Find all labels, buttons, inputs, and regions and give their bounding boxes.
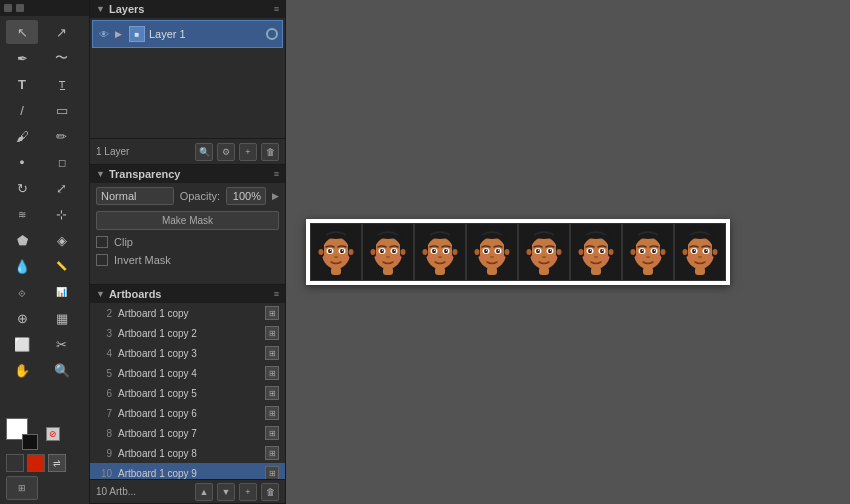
layer-visibility-icon[interactable]: 👁 [97, 27, 111, 41]
type-tool[interactable]: T [6, 72, 38, 96]
artboard-options-icon[interactable]: ⊞ [265, 386, 279, 400]
artboards-collapse-arrow[interactable]: ▼ [96, 289, 105, 299]
rect-tool[interactable]: ▭ [46, 98, 78, 122]
select-tool[interactable]: ↖ [6, 20, 38, 44]
artboard-options-icon[interactable]: ⊞ [265, 346, 279, 360]
svg-rect-53 [435, 267, 445, 275]
artboard-options-icon[interactable]: ⊞ [265, 366, 279, 380]
artboard-options-icon[interactable]: ⊞ [265, 306, 279, 320]
layers-delete-btn[interactable]: 🗑 [261, 143, 279, 161]
artboard-row[interactable]: 3Artboard 1 copy 2⊞ [90, 323, 285, 343]
artboard-move-up-btn[interactable]: ▲ [195, 483, 213, 501]
column-graph-tool[interactable]: ▦ [46, 306, 78, 330]
opacity-input[interactable] [226, 187, 266, 205]
touch-type-tool[interactable]: T̲ [46, 72, 78, 96]
artboard-options-icon[interactable]: ⊞ [265, 446, 279, 460]
gradient-tool[interactable]: ◈ [46, 228, 78, 252]
invert-mask-checkbox[interactable] [96, 254, 108, 266]
measure-tool[interactable]: 📏 [46, 254, 78, 278]
artboard-number: 4 [96, 348, 112, 359]
eyedropper-tool[interactable]: 💧 [6, 254, 38, 278]
artboard-row[interactable]: 8Artboard 1 copy 7⊞ [90, 423, 285, 443]
artboard-options-icon[interactable]: ⊞ [265, 326, 279, 340]
artboard-options-icon[interactable]: ⊞ [265, 406, 279, 420]
artboard-row[interactable]: 7Artboard 1 copy 6⊞ [90, 403, 285, 423]
eraser-tool[interactable]: ◻ [46, 150, 78, 174]
layer-expand-arrow[interactable]: ▶ [115, 29, 125, 39]
warp-tool[interactable]: ≋ [6, 202, 38, 226]
sprite-frame[interactable] [310, 223, 362, 281]
svg-rect-125 [643, 267, 653, 275]
artboard-options-icon[interactable]: ⊞ [265, 466, 279, 479]
transparency-panel-menu[interactable]: ≡ [274, 169, 279, 179]
sprite-frame[interactable] [466, 223, 518, 281]
opacity-arrow-icon[interactable]: ▶ [272, 191, 279, 201]
layers-footer: 1 Layer 🔍 ⚙ + 🗑 [90, 138, 285, 164]
artboard-add-btn[interactable]: + [239, 483, 257, 501]
pen-tool[interactable]: ✒ [6, 46, 38, 70]
artboard-row[interactable]: 10Artboard 1 copy 9⊞ [90, 463, 285, 479]
transparency-collapse-arrow[interactable]: ▼ [96, 169, 105, 179]
graph-tool[interactable]: 📊 [46, 280, 78, 304]
sprite-frame[interactable] [518, 223, 570, 281]
artboard-move-down-btn[interactable]: ▼ [217, 483, 235, 501]
artboard-row[interactable]: 6Artboard 1 copy 5⊞ [90, 383, 285, 403]
invert-mask-label: Invert Mask [114, 254, 171, 266]
layers-add-btn[interactable]: + [239, 143, 257, 161]
clip-checkbox[interactable] [96, 236, 108, 248]
layer-target-circle[interactable] [266, 28, 278, 40]
make-mask-button[interactable]: Make Mask [96, 211, 279, 230]
artboard-row[interactable]: 2Artboard 1 copy⊞ [90, 303, 285, 323]
layers-search-btn[interactable]: 🔍 [195, 143, 213, 161]
layers-collapse-arrow[interactable]: ▼ [96, 4, 105, 14]
artboard-name: Artboard 1 copy 3 [118, 348, 259, 359]
symbol-tool[interactable]: ⊕ [6, 306, 38, 330]
artboard-delete-btn[interactable]: 🗑 [261, 483, 279, 501]
paintbrush-tool[interactable]: 🖌 [6, 124, 38, 148]
artboard-options-icon[interactable]: ⊞ [265, 426, 279, 440]
transparency-content: Normal Multiply Screen Overlay Opacity: … [90, 183, 285, 270]
layers-flyout-btn[interactable]: ⚙ [217, 143, 235, 161]
layers-panel-menu[interactable]: ≡ [274, 4, 279, 14]
artboard-row[interactable]: 5Artboard 1 copy 4⊞ [90, 363, 285, 383]
svg-point-137 [698, 256, 702, 258]
shape-builder-tool[interactable]: ⬟ [6, 228, 38, 252]
none-swatch[interactable]: ⊘ [46, 427, 60, 441]
svg-point-62 [496, 249, 500, 253]
artboards-list[interactable]: 2Artboard 1 copy⊞3Artboard 1 copy 2⊞4Art… [90, 303, 285, 479]
hand-tool[interactable]: ✋ [6, 358, 38, 382]
svg-point-12 [323, 255, 329, 259]
svg-point-100 [602, 250, 603, 251]
artboard-row[interactable]: 9Artboard 1 copy 8⊞ [90, 443, 285, 463]
stroke-swatch[interactable] [22, 434, 38, 450]
blend-mode-select[interactable]: Normal Multiply Screen Overlay [96, 187, 174, 205]
layers-panel-title: Layers [109, 3, 144, 15]
scale-tool[interactable]: ⤢ [46, 176, 78, 200]
slice-tool[interactable]: ✂ [46, 332, 78, 356]
blob-brush-tool[interactable]: ● [6, 150, 38, 174]
svg-point-63 [486, 250, 487, 251]
sprite-frame[interactable] [622, 223, 674, 281]
sprite-frame[interactable] [362, 223, 414, 281]
artboard-tool[interactable]: ⬜ [6, 332, 38, 356]
direct-select-tool[interactable]: ↗ [46, 20, 78, 44]
blend-tool[interactable]: ⟐ [6, 280, 38, 304]
swatch-grey[interactable] [6, 454, 24, 472]
layer-row-1[interactable]: 👁 ▶ ■ Layer 1 [92, 20, 283, 48]
pencil-tool[interactable]: ✏ [46, 124, 78, 148]
clip-row: Clip [96, 236, 279, 248]
free-transform-tool[interactable]: ⊹ [46, 202, 78, 226]
line-tool[interactable]: / [6, 98, 38, 122]
svg-point-134 [704, 249, 708, 253]
change-color-btn[interactable]: ⇌ [48, 454, 66, 472]
artboard-view-btn[interactable]: ⊞ [6, 476, 38, 500]
curvature-tool[interactable]: 〜 [46, 46, 78, 70]
swatch-red[interactable] [27, 454, 45, 472]
artboard-row[interactable]: 4Artboard 1 copy 3⊞ [90, 343, 285, 363]
sprite-frame[interactable] [414, 223, 466, 281]
sprite-frame[interactable] [674, 223, 726, 281]
rotate-tool[interactable]: ↻ [6, 176, 38, 200]
artboards-panel-menu[interactable]: ≡ [274, 289, 279, 299]
zoom-tool[interactable]: 🔍 [46, 358, 78, 382]
sprite-frame[interactable] [570, 223, 622, 281]
